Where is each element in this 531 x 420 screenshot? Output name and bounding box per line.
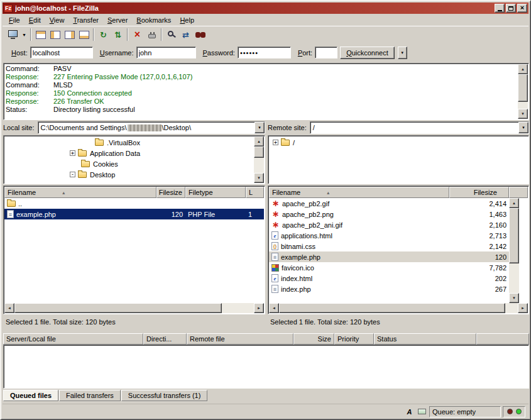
queue-list[interactable] [3, 345, 529, 389]
column-header-status[interactable]: Status [374, 333, 476, 345]
tree-item[interactable]: -Desktop [4, 169, 253, 180]
tree-expander-icon[interactable]: - [70, 172, 75, 177]
scroll-up-button[interactable]: ▲ [509, 198, 519, 208]
column-header-direction[interactable]: Directi... [143, 333, 187, 345]
file-row-selected[interactable]: example.php 120 PHP File 1 [4, 209, 264, 219]
disconnect-button[interactable] [145, 28, 159, 41]
tree-item[interactable]: +/ [269, 137, 527, 148]
site-manager-button[interactable] [6, 28, 20, 41]
scroll-down-button[interactable]: ▼ [254, 173, 264, 183]
file-row[interactable]: apache_pb2.png1,463 [269, 209, 509, 219]
host-input[interactable] [30, 47, 93, 58]
column-header-filesize[interactable]: Filesize [449, 187, 509, 198]
toggle-remote-tree-button[interactable] [62, 28, 77, 41]
local-site-combobox[interactable]: C:\Documents and Settings\\Desktop\ ▼ [38, 121, 265, 134]
scroll-thumb[interactable] [14, 303, 222, 313]
file-name-cell: apache_pb2.png [269, 209, 449, 219]
transfer-type-icon[interactable]: A [404, 407, 415, 417]
file-row[interactable]: apache_pb2_ani.gif2,160 [269, 219, 509, 230]
menu-edit[interactable]: Edit [25, 15, 45, 25]
local-horizontal-scrollbar[interactable]: ◄ ► [4, 303, 264, 313]
directory-comparison-button[interactable] [164, 28, 178, 41]
column-header-size[interactable]: Size [293, 333, 334, 345]
find-files-button[interactable] [193, 28, 207, 41]
file-name-cell: example.php [269, 251, 449, 262]
tab-queued-files[interactable]: Queued files [3, 390, 58, 401]
quickconnect-dropdown-button[interactable]: ▼ [398, 47, 407, 59]
path-suffix: \Desktop\ [162, 124, 191, 131]
title-bar[interactable]: Fz john@localhost - FileZilla × [3, 3, 528, 14]
scroll-left-button[interactable]: ◄ [4, 303, 14, 313]
cancel-transfer-button[interactable]: × [130, 28, 145, 41]
scroll-right-button[interactable]: ► [254, 303, 264, 313]
minimize-button[interactable] [495, 4, 505, 13]
tree-expander-icon[interactable]: + [273, 140, 278, 145]
tab-successful-transfers[interactable]: Successful transfers (1) [121, 390, 208, 401]
local-tree-scrollbar[interactable]: ▲ ▼ [254, 136, 264, 183]
menu-file[interactable]: File [4, 15, 25, 25]
column-header-filetype[interactable]: Filetype [185, 187, 246, 198]
scroll-down-button[interactable]: ▼ [509, 293, 519, 303]
synchronized-browsing-button[interactable]: ⇄ [178, 28, 193, 41]
column-header-priority[interactable]: Priority [334, 333, 374, 345]
refresh-button[interactable]: ↻ [96, 28, 111, 41]
tree-item[interactable]: Cookies [4, 158, 253, 169]
column-header-server-local-file[interactable]: Server/Local file [3, 333, 143, 345]
close-button[interactable]: × [517, 4, 527, 13]
process-queue-button[interactable]: ⇅ [111, 28, 125, 41]
username-input[interactable] [136, 47, 196, 58]
file-row[interactable]: apache_pb2.gif2,414 [269, 198, 509, 209]
remote-horizontal-scrollbar[interactable]: ◄ ► [269, 303, 528, 313]
tree-item[interactable]: +Application Data [4, 148, 253, 158]
toggle-local-tree-button[interactable] [48, 28, 62, 41]
speed-limit-icon[interactable] [417, 407, 427, 417]
scroll-down-button[interactable]: ▼ [518, 109, 528, 119]
tree-item[interactable]: .VirtualBox [4, 137, 253, 148]
quickconnect-button[interactable]: Quickconnect [340, 47, 395, 59]
remote-vertical-scrollbar[interactable]: ▲ ▼ [509, 198, 519, 303]
maximize-button[interactable] [506, 4, 516, 13]
file-row-selected[interactable]: example.php120 [269, 251, 509, 262]
column-header-last-modified[interactable]: L [246, 187, 264, 198]
remote-site-combobox[interactable]: / ▼ [310, 121, 529, 134]
combo-dropdown-button[interactable]: ▼ [518, 122, 528, 133]
scroll-thumb[interactable] [509, 208, 519, 263]
file-row[interactable]: index.php267 [269, 284, 509, 294]
menu-view[interactable]: View [45, 15, 69, 25]
combo-dropdown-button[interactable]: ▼ [255, 122, 265, 133]
remote-directory-tree: +/ [268, 135, 529, 184]
toggle-message-log-button[interactable] [33, 28, 48, 41]
remote-site-row: Remote site: / ▼ [268, 121, 529, 134]
scroll-right-button[interactable]: ► [518, 303, 528, 313]
tree-expander-icon[interactable]: + [70, 150, 75, 156]
port-input[interactable] [315, 47, 337, 58]
menu-transfer[interactable]: Transfer [68, 15, 103, 25]
site-manager-dropdown-button[interactable]: ▼ [20, 28, 28, 41]
file-row-parent-dir[interactable]: .. [4, 198, 264, 209]
file-row[interactable]: index.html202 [269, 273, 509, 284]
column-header-filename[interactable]: Filename▴ [269, 187, 449, 198]
toggle-queue-button[interactable] [77, 28, 91, 41]
menu-server[interactable]: Server [103, 15, 132, 25]
column-header-remote-file[interactable]: Remote file [187, 333, 293, 345]
scroll-thumb[interactable] [254, 146, 264, 158]
menu-bookmarks[interactable]: Bookmarks [132, 15, 175, 25]
log-vertical-scrollbar[interactable]: ▲ ▼ [518, 64, 528, 119]
tab-failed-transfers[interactable]: Failed transfers [59, 390, 121, 401]
column-header-filesize[interactable]: Filesize [156, 187, 185, 198]
html-file-icon [271, 274, 278, 282]
scroll-up-button[interactable]: ▲ [518, 64, 528, 74]
column-header-filename[interactable]: Filename▴ [4, 187, 156, 198]
password-input[interactable] [238, 47, 291, 58]
file-name-cell: index.php [269, 284, 449, 294]
scroll-thumb[interactable] [279, 303, 505, 313]
menu-help[interactable]: Help [175, 15, 199, 25]
file-row[interactable]: applications.html2,713 [269, 230, 509, 241]
scroll-up-button[interactable]: ▲ [254, 136, 264, 146]
dropdown-arrow-icon: ▼ [22, 33, 26, 37]
file-row[interactable]: favicon.ico7,782 [269, 262, 509, 273]
file-row[interactable]: bitnami.css2,142 [269, 241, 509, 251]
scroll-left-button[interactable]: ◄ [269, 303, 279, 313]
scroll-thumb[interactable] [518, 74, 528, 102]
tree-item-label: Cookies [93, 160, 118, 168]
